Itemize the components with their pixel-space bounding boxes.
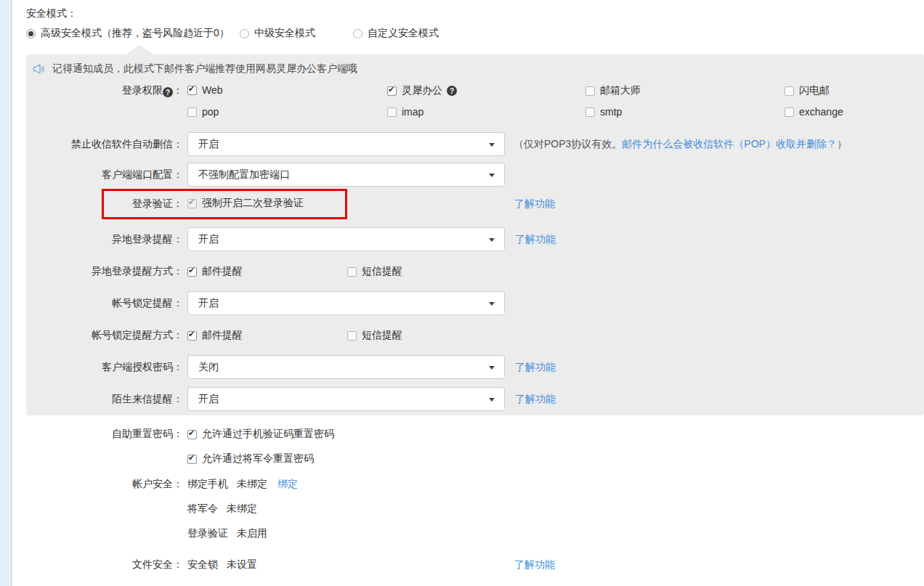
account-lock-alert-row: 帐号锁定提醒： 开启 [26, 291, 924, 315]
checkbox-icon-checked[interactable] [187, 331, 197, 341]
client-port-label: 客户端端口配置： [26, 168, 183, 182]
help-icon[interactable]: ? [447, 86, 457, 96]
self-reset-row-1: 自助重置密码： 允许通过手机验证码重置密码 [0, 428, 924, 441]
radio-icon[interactable] [240, 29, 249, 38]
checkbox-smtp[interactable]: smtp [585, 106, 622, 118]
bind-phone-name: 绑定手机 [187, 478, 228, 491]
checkbox-mail-alert[interactable]: 邮件提醒 [187, 329, 243, 342]
bind-phone-link[interactable]: 绑定 [277, 478, 298, 491]
checkbox-mail-alert[interactable]: 邮件提醒 [187, 265, 243, 278]
login-verify-name: 登录验证 [187, 527, 228, 540]
dropdown-value: 开启 [198, 138, 219, 151]
safe-lock-name: 安全锁 [187, 558, 218, 571]
login-verify-label: 登录验证： [26, 198, 183, 211]
login-verify-learn-link[interactable]: 了解功能 [514, 198, 555, 211]
radio-label: 高级安全模式（推荐，盗号风险趋近于0） [41, 27, 230, 40]
dropdown-value: 不强制配置加密端口 [198, 168, 290, 182]
account-security-label: 帐户安全： [0, 478, 183, 491]
checkbox-web[interactable]: Web [187, 84, 223, 96]
checkbox-sms-alert[interactable]: 短信提醒 [347, 329, 402, 342]
caret-down-icon [489, 366, 495, 370]
token-name: 将军令 [187, 502, 218, 516]
remote-login-alert-select[interactable]: 开启 [187, 227, 505, 251]
safe-lock-status: 未设置 [227, 558, 257, 571]
notice-text: 记得通知成员，此模式下邮件客户端推荐使用网易灵犀办公客户端哦 [52, 62, 357, 76]
checkbox-icon[interactable] [785, 107, 794, 117]
checkbox-pop[interactable]: pop [187, 106, 219, 118]
dropdown-value: 开启 [198, 233, 219, 246]
caret-down-icon [489, 143, 495, 147]
checkbox-icon-checked[interactable] [187, 455, 197, 464]
account-security-row-1: 帐户安全： 绑定手机 未绑定 绑定 [0, 478, 924, 491]
pop-delete-help-link[interactable]: 邮件为什么会被收信软件（POP）收取并删除？ [622, 138, 837, 150]
checkbox-icon[interactable] [785, 86, 794, 96]
pop3-note: （仅对POP3协议有效。邮件为什么会被收信软件（POP）收取并删除？） [514, 138, 847, 151]
caret-down-icon [489, 398, 495, 402]
radio-icon-selected[interactable] [26, 29, 36, 38]
account-lock-alert-label: 帐号锁定提醒： [26, 297, 183, 310]
checkbox-icon[interactable] [347, 331, 357, 341]
checkbox-icon[interactable] [387, 107, 397, 117]
checkbox-icon-checked[interactable] [187, 430, 197, 439]
radio-option-medium-mode[interactable]: 中级安全模式 [240, 27, 315, 40]
checkbox-icon-checked[interactable] [187, 267, 197, 277]
megaphone-icon [32, 63, 45, 75]
block-pop-delete-select[interactable]: 开启 [187, 132, 505, 156]
login-permission-label: 登录权限?： [26, 84, 183, 98]
client-auth-password-row: 客户端授权密码： 关闭 了解功能 [26, 355, 924, 379]
checkbox-reset-by-phone[interactable]: 允许通过手机验证码重置密码 [187, 428, 334, 441]
checkbox-icon[interactable] [347, 267, 357, 277]
checkbox-flashmail[interactable]: 闪电邮 [785, 84, 830, 97]
stranger-mail-learn-link[interactable]: 了解功能 [515, 393, 556, 406]
callout-arrow [126, 45, 153, 54]
login-permission-row-1: 登录权限?： Web 灵犀办公 ? 邮箱大师 闪电邮 [26, 84, 924, 97]
account-lock-alert-select[interactable]: 开启 [187, 291, 505, 315]
file-security-label: 文件安全： [0, 558, 183, 571]
radio-icon[interactable] [353, 29, 362, 38]
stranger-mail-alert-label: 陌生来信提醒： [26, 393, 183, 406]
remote-login-alert-row: 异地登录提醒： 开启 了解功能 [26, 227, 924, 251]
checkbox-icon[interactable] [187, 107, 197, 117]
stranger-mail-alert-select[interactable]: 开启 [187, 387, 505, 411]
caret-down-icon [489, 302, 495, 306]
radio-option-custom-mode[interactable]: 自定义安全模式 [353, 27, 439, 40]
checkbox-reset-by-token[interactable]: 允许通过将军令重置密码 [187, 452, 314, 465]
block-pop-delete-label: 禁止收信软件自动删信： [26, 138, 183, 151]
checkbox-icon[interactable] [585, 86, 595, 96]
stranger-mail-alert-row: 陌生来信提醒： 开启 了解功能 [26, 387, 924, 411]
notice-banner: 记得通知成员，此模式下邮件客户端推荐使用网易灵犀办公客户端哦 [32, 62, 357, 76]
checkbox-icon[interactable] [585, 107, 595, 117]
checkbox-icon-checked[interactable] [187, 86, 197, 95]
radio-label: 自定义安全模式 [368, 27, 439, 40]
remote-login-alert-method-label: 异地登录提醒方式： [26, 265, 183, 278]
left-sidebar-edge [0, 0, 12, 586]
checkbox-lingxi[interactable]: 灵犀办公 ? [387, 84, 457, 97]
bind-phone-status: 未绑定 [237, 478, 267, 491]
client-port-row: 客户端端口配置： 不强制配置加密端口 [26, 163, 924, 187]
dropdown-value: 关闭 [198, 361, 219, 374]
caret-down-icon [489, 174, 495, 177]
file-security-learn-link[interactable]: 了解功能 [514, 558, 555, 571]
checkbox-icon-checked-disabled [187, 199, 197, 208]
checkbox-mail-master[interactable]: 邮箱大师 [585, 84, 641, 97]
checkbox-icon-checked[interactable] [387, 86, 397, 96]
radio-option-advanced-mode[interactable]: 高级安全模式（推荐，盗号风险趋近于0） [26, 27, 230, 40]
remote-login-alert-label: 异地登录提醒： [26, 233, 183, 246]
checkbox-sms-alert[interactable]: 短信提醒 [347, 265, 402, 278]
login-permission-row-2: pop imap smtp exchange [26, 106, 924, 119]
checkbox-exchange[interactable]: exchange [785, 106, 843, 118]
client-auth-learn-link[interactable]: 了解功能 [515, 361, 556, 374]
self-reset-row-2: 允许通过将军令重置密码 [0, 452, 924, 465]
account-lock-alert-method-label: 帐号锁定提醒方式： [26, 329, 183, 342]
remote-login-learn-link[interactable]: 了解功能 [515, 233, 556, 246]
checkbox-imap[interactable]: imap [387, 106, 423, 118]
client-auth-password-label: 客户端授权密码： [26, 361, 183, 374]
account-security-row-3: 登录验证 未启用 [0, 527, 924, 540]
token-status: 未绑定 [227, 502, 257, 516]
self-reset-label: 自助重置密码： [0, 428, 183, 441]
client-auth-password-select[interactable]: 关闭 [187, 355, 505, 379]
account-lock-alert-method-row: 帐号锁定提醒方式： 邮件提醒 短信提醒 [26, 329, 924, 342]
help-icon[interactable]: ? [163, 87, 173, 97]
remote-login-alert-method-row: 异地登录提醒方式： 邮件提醒 短信提醒 [26, 265, 924, 278]
client-port-select[interactable]: 不强制配置加密端口 [187, 163, 505, 187]
